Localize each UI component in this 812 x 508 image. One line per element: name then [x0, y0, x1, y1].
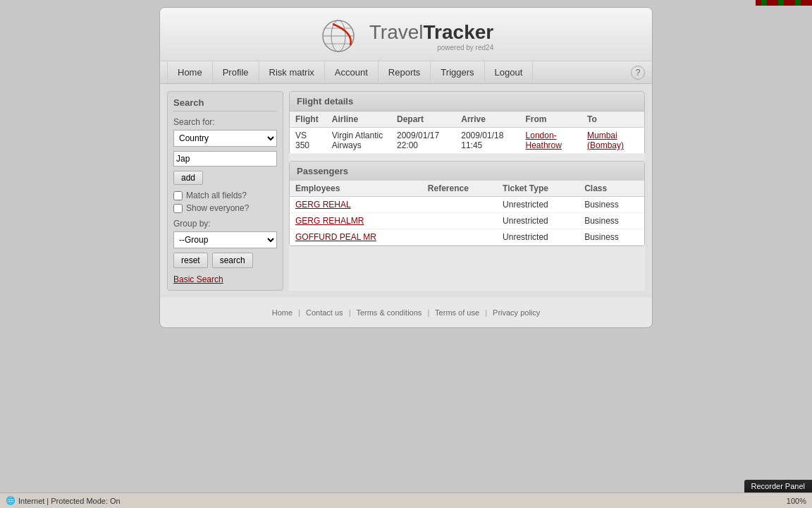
footer: Home | Contact us | Terms & conditions |… [160, 298, 652, 327]
match-all-checkbox[interactable] [173, 191, 183, 200]
header: TravelTracker powered by red24 [160, 8, 652, 61]
search-title: Search [173, 97, 277, 111]
cell-class-1: Business [579, 197, 644, 213]
group-by-label: Group by: [173, 219, 277, 229]
cell-employee-3[interactable]: GOFFURD PEAL MR [290, 229, 422, 246]
cell-ticket-type-1: Unrestricted [497, 197, 579, 213]
flight-details-header: Flight details [289, 91, 645, 111]
cell-class-2: Business [579, 213, 644, 229]
cell-arrive: 2009/01/18 11:45 [455, 128, 519, 154]
search-input[interactable] [173, 151, 277, 167]
nav-logout[interactable]: Logout [485, 61, 534, 83]
cell-airline: Virgin Atlantic Airways [326, 128, 391, 154]
passengers-table: Employees Reference Ticket Type Class GE… [290, 181, 644, 246]
brand-travel: Travel [369, 21, 424, 43]
passengers-panel: Passengers Employees Reference Ticket Ty… [289, 161, 645, 246]
col-arrive: Arrive [455, 111, 519, 128]
brand-tracker: Tracker [424, 21, 494, 43]
cell-class-3: Business [579, 229, 644, 246]
col-reference: Reference [422, 181, 497, 197]
cell-reference-2 [422, 213, 497, 229]
col-from: From [520, 111, 582, 128]
search-buttons: reset search [173, 253, 277, 268]
search-button[interactable]: search [212, 253, 253, 268]
cell-employee-2[interactable]: GERG REHALMR [290, 213, 422, 229]
footer-privacy[interactable]: Privacy policy [493, 308, 540, 317]
footer-home[interactable]: Home [272, 308, 293, 317]
match-all-row: Match all fields? [173, 190, 277, 200]
nav-home[interactable]: Home [167, 61, 213, 83]
cell-flight-number: VS 350 [290, 128, 326, 154]
flight-table: Flight Airline Depart Arrive From To VS … [289, 111, 645, 154]
footer-contact[interactable]: Contact us [306, 308, 343, 317]
nav-risk-matrix[interactable]: Risk matrix [259, 61, 325, 83]
reset-button[interactable]: reset [173, 253, 208, 268]
globe-icon [319, 18, 361, 54]
table-row: GERG REHALMR Unrestricted Business [290, 213, 644, 229]
group-by-select[interactable]: --Group [173, 231, 277, 248]
col-depart: Depart [391, 111, 455, 128]
basic-search-link[interactable]: Basic Search [173, 274, 223, 284]
nav-profile[interactable]: Profile [213, 61, 259, 83]
table-row: VS 350 Virgin Atlantic Airways 2009/01/1… [290, 128, 645, 154]
cell-employee-1[interactable]: GERG REHAL [290, 197, 422, 213]
cell-ticket-type-2: Unrestricted [497, 213, 579, 229]
footer-terms-conditions[interactable]: Terms & conditions [356, 308, 422, 317]
globe-status-icon: 🌐 [6, 496, 16, 505]
nav-triggers[interactable]: Triggers [431, 61, 484, 83]
show-everyone-label: Show everyone? [186, 203, 249, 213]
status-right: 100% [781, 497, 812, 505]
cell-from[interactable]: London-Heathrow [520, 128, 582, 154]
powered-by: powered by red24 [369, 44, 493, 52]
cell-reference-1 [422, 197, 497, 213]
brand-text-area: TravelTracker powered by red24 [369, 21, 493, 52]
table-row: GERG REHAL Unrestricted Business [290, 197, 644, 213]
search-for-label: Search for: [173, 117, 277, 127]
col-to: To [582, 111, 645, 128]
logo-area: TravelTracker powered by red24 [319, 18, 493, 54]
status-left: 🌐 Internet | Protected Mode: On [0, 496, 126, 505]
search-panel: Search Search for: Country add Match all… [167, 91, 283, 291]
show-everyone-row: Show everyone? [173, 203, 277, 213]
status-bar: 🌐 Internet | Protected Mode: On 100% [0, 492, 812, 508]
recorder-panel[interactable]: Recorder Panel [744, 480, 812, 492]
cell-to[interactable]: Mumbai (Bombay) [582, 128, 645, 154]
show-everyone-checkbox[interactable] [173, 204, 183, 213]
table-row: GOFFURD PEAL MR Unrestricted Business [290, 229, 644, 246]
internet-status: Internet | Protected Mode: On [18, 497, 121, 505]
content-area: Search Search for: Country add Match all… [160, 84, 652, 298]
col-ticket-type: Ticket Type [497, 181, 579, 197]
zoom-level: 100% [787, 497, 806, 505]
cell-depart: 2009/01/17 22:00 [391, 128, 455, 154]
brand-title: TravelTracker [369, 21, 493, 44]
nav-account[interactable]: Account [325, 61, 379, 83]
cell-ticket-type-3: Unrestricted [497, 229, 579, 246]
cell-reference-3 [422, 229, 497, 246]
add-button[interactable]: add [173, 171, 203, 185]
col-flight: Flight [290, 111, 326, 128]
col-class: Class [579, 181, 644, 197]
match-all-label: Match all fields? [186, 190, 247, 200]
search-type-select[interactable]: Country [173, 130, 277, 147]
nav-bar: Home Profile Risk matrix Account Reports… [160, 61, 652, 84]
nav-reports[interactable]: Reports [379, 61, 431, 83]
footer-terms-use[interactable]: Terms of use [435, 308, 479, 317]
top-bar [756, 0, 812, 6]
passengers-header: Passengers [290, 162, 644, 181]
help-icon[interactable]: ? [631, 66, 645, 80]
col-employees: Employees [290, 181, 422, 197]
flight-panel: Flight details Flight Airline Depart Arr… [289, 91, 645, 291]
col-airline: Airline [326, 111, 391, 128]
